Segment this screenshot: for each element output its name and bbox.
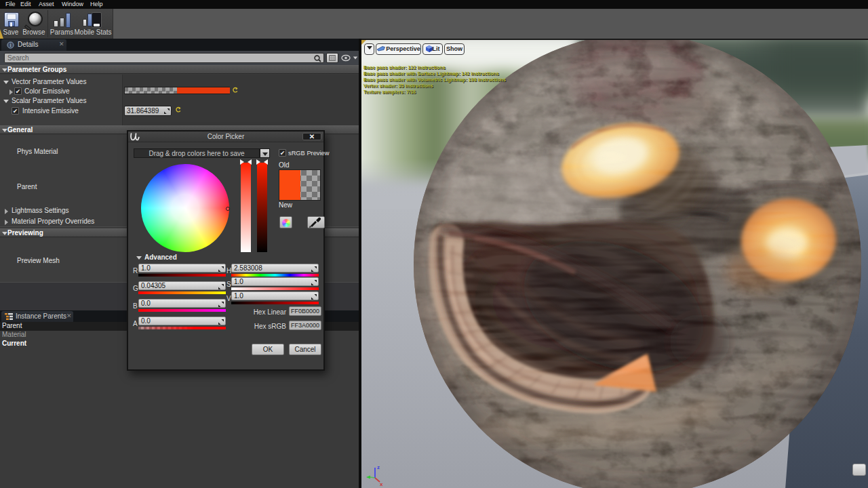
svg-text:i: i [9,42,11,48]
svg-text:z: z [377,464,380,470]
svg-text:x: x [380,481,383,487]
